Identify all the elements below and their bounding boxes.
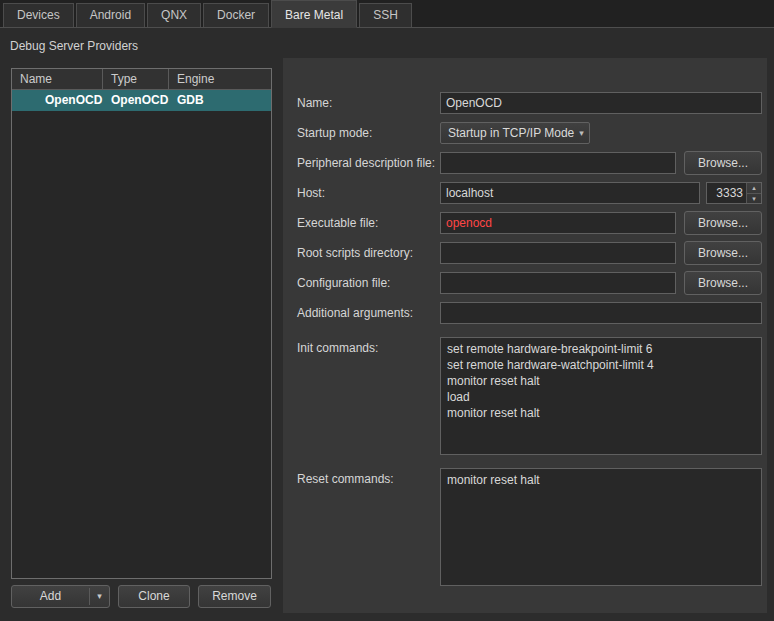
configuration-file-label: Configuration file: [297, 272, 390, 294]
provider-name-cell: OpenOCD [12, 90, 103, 111]
providers-table: Name Type Engine OpenOCD OpenOCD GDB [11, 68, 272, 579]
spin-down-icon[interactable]: ▾ [747, 194, 761, 204]
init-commands-textarea[interactable]: set remote hardware-breakpoint-limit 6 s… [440, 337, 762, 455]
configuration-file-row: Configuration file: Browse... [283, 272, 767, 294]
executable-browse-button[interactable]: Browse... [684, 211, 762, 235]
port-input[interactable] [707, 183, 746, 203]
provider-engine-cell: GDB [169, 90, 271, 111]
spin-up-icon[interactable]: ▴ [747, 183, 761, 194]
tab-bar: Devices Android QNX Docker Bare Metal SS… [0, 0, 774, 28]
chevron-down-icon: ▾ [579, 128, 584, 138]
host-row: Host: ▴ ▾ [283, 182, 767, 204]
startup-mode-row: Startup mode: Startup in TCP/IP Mode ▾ [283, 122, 767, 144]
chevron-down-icon[interactable]: ▾ [90, 586, 109, 607]
startup-mode-value: Startup in TCP/IP Mode [448, 126, 574, 140]
additional-arguments-input[interactable] [440, 302, 762, 324]
tab-ssh[interactable]: SSH [359, 3, 412, 27]
page-title: Debug Server Providers [10, 39, 138, 53]
add-button-label: Add [12, 586, 89, 607]
host-label: Host: [297, 182, 325, 204]
provider-type-cell: OpenOCD [103, 90, 169, 111]
tab-android[interactable]: Android [76, 3, 145, 27]
clone-button[interactable]: Clone [118, 585, 190, 608]
peripheral-file-input[interactable] [440, 152, 676, 174]
executable-label: Executable file: [297, 212, 378, 234]
add-button[interactable]: Add ▾ [11, 585, 110, 608]
host-input[interactable] [440, 182, 700, 204]
root-scripts-label: Root scripts directory: [297, 242, 413, 264]
tab-bare-metal[interactable]: Bare Metal [271, 0, 357, 28]
reset-commands-textarea[interactable]: monitor reset halt [440, 468, 762, 586]
configuration-browse-button[interactable]: Browse... [684, 271, 762, 295]
tab-devices[interactable]: Devices [3, 3, 74, 27]
additional-arguments-row: Additional arguments: [283, 302, 767, 324]
peripheral-file-label: Peripheral description file: [297, 152, 435, 174]
name-input[interactable] [440, 92, 762, 114]
init-commands-label: Init commands: [297, 337, 378, 359]
reset-commands-label: Reset commands: [297, 468, 394, 490]
additional-arguments-label: Additional arguments: [297, 302, 413, 324]
column-header-engine[interactable]: Engine [169, 69, 271, 89]
startup-mode-label: Startup mode: [297, 122, 372, 144]
table-header: Name Type Engine [12, 69, 271, 90]
root-scripts-row: Root scripts directory: Browse... [283, 242, 767, 264]
tab-qnx[interactable]: QNX [147, 3, 201, 27]
provider-details-panel: Name: Startup mode: Startup in TCP/IP Mo… [283, 58, 767, 613]
peripheral-browse-button[interactable]: Browse... [684, 151, 762, 175]
remove-button[interactable]: Remove [198, 585, 271, 608]
tab-docker[interactable]: Docker [203, 3, 269, 27]
port-spinner[interactable]: ▴ ▾ [706, 182, 762, 204]
root-scripts-browse-button[interactable]: Browse... [684, 241, 762, 265]
root-scripts-input[interactable] [440, 242, 676, 264]
executable-row: Executable file: Browse... [283, 212, 767, 234]
spinner-buttons: ▴ ▾ [746, 183, 761, 203]
executable-input[interactable] [440, 212, 676, 234]
name-label: Name: [297, 92, 332, 114]
column-header-name[interactable]: Name [12, 69, 103, 89]
startup-mode-select[interactable]: Startup in TCP/IP Mode ▾ [440, 122, 590, 144]
configuration-file-input[interactable] [440, 272, 676, 294]
peripheral-file-row: Peripheral description file: Browse... [283, 152, 767, 174]
table-row[interactable]: OpenOCD OpenOCD GDB [12, 90, 271, 111]
name-row: Name: [283, 92, 767, 114]
column-header-type[interactable]: Type [103, 69, 169, 89]
